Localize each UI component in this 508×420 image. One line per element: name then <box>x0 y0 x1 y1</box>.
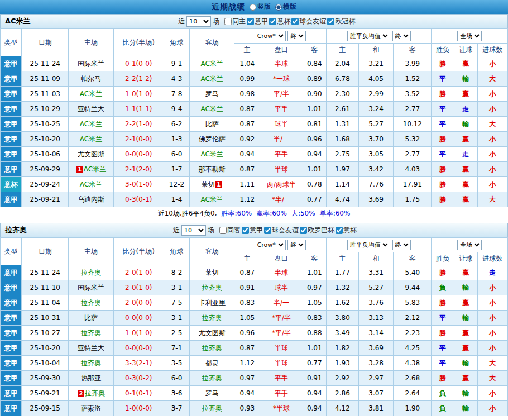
layout-radio-vertical[interactable]: 竖版 <box>250 2 271 12</box>
checkbox-input[interactable] <box>247 18 254 25</box>
away-team-link[interactable]: 拉齐奥 <box>202 314 222 322</box>
match-score-link[interactable]: 0-3(0-2) <box>113 371 164 386</box>
home-team-link[interactable]: 萨索洛 <box>81 404 101 412</box>
away-team-link[interactable]: 佛罗伦萨 <box>199 135 226 143</box>
home-team-link[interactable]: AC米兰 <box>84 165 106 173</box>
away-team-link[interactable]: 拉齐奥 <box>202 284 222 292</box>
match-score-link[interactable]: 0-3(0-1) <box>113 192 164 207</box>
home-team-link[interactable]: 国际米兰 <box>78 60 104 68</box>
home-team-link[interactable]: 拉齐奥 <box>81 359 101 367</box>
home-team-link[interactable]: 拉齐奥 <box>85 389 105 397</box>
away-team-link[interactable]: AC米兰 <box>200 60 223 68</box>
avg-final-select[interactable]: 终 <box>392 31 411 41</box>
match-count-select[interactable]: 10 <box>186 16 211 27</box>
checkbox-input[interactable] <box>264 227 271 234</box>
checkbox-input[interactable] <box>327 18 334 25</box>
match-count-select[interactable]: 10 <box>181 225 206 236</box>
scope-select[interactable]: 全场 <box>457 240 482 250</box>
match-score-link[interactable]: 1-1(1-1) <box>113 102 164 117</box>
match-score-link[interactable]: 0-1(0-0) <box>113 56 164 71</box>
away-team-cell: 拉齐奥 <box>190 371 234 386</box>
home-team-link[interactable]: 拉齐奥 <box>81 299 101 307</box>
match-score-link[interactable]: 3-0(1-0) <box>113 177 164 192</box>
scope-select[interactable]: 全场 <box>457 31 482 41</box>
home-team-link[interactable]: 亚特兰大 <box>78 105 104 113</box>
away-team-link[interactable]: AC米兰 <box>200 150 223 158</box>
filter-checkbox-欧冠杯[interactable]: 欧冠杯 <box>327 17 355 26</box>
match-score-link[interactable]: 2-2(1-2) <box>113 71 164 87</box>
away-team-link[interactable]: 罗马 <box>205 389 219 397</box>
home-team-link[interactable]: 亚特兰大 <box>78 344 104 352</box>
checkbox-input[interactable] <box>291 18 299 25</box>
match-score-link[interactable]: 0-0(0-0) <box>113 147 164 162</box>
avg-select[interactable]: 胜平负均值 <box>347 31 390 41</box>
home-team-link[interactable]: 国际米兰 <box>78 284 104 292</box>
match-score-link[interactable]: 2-0(0-0) <box>113 295 164 311</box>
home-team-link[interactable]: 帕尔马 <box>81 75 101 83</box>
away-team-link[interactable]: 都灵 <box>205 359 219 367</box>
match-score-link[interactable]: 1-0(1-0) <box>113 326 164 341</box>
radio-vertical-input[interactable] <box>250 4 256 11</box>
away-team-link[interactable]: 尤文图斯 <box>199 329 226 337</box>
home-team-link[interactable]: 热那亚 <box>81 374 101 382</box>
away-team-link[interactable]: 莱切 <box>205 269 219 276</box>
filter-checkbox-球会友谊[interactable]: 球会友谊 <box>264 226 299 235</box>
match-score-link[interactable]: 0-0(0-0) <box>113 311 164 326</box>
away-team-link[interactable]: AC米兰 <box>200 105 223 113</box>
filter-checkbox-同主[interactable]: 同主 <box>224 17 246 26</box>
match-score-link[interactable]: 0-0(0-0) <box>113 341 164 356</box>
odds-company-select[interactable]: Crow* <box>255 240 286 250</box>
home-team-link[interactable]: 比萨 <box>84 314 98 322</box>
filter-checkbox-意杯[interactable]: 意杯 <box>269 17 290 26</box>
avg-final-select[interactable]: 终 <box>392 240 411 250</box>
match-score-link[interactable]: 2-1(2-0) <box>113 162 164 177</box>
home-team-link[interactable]: 乌迪内斯 <box>78 195 104 203</box>
checkbox-input[interactable] <box>224 18 232 25</box>
away-team-link[interactable]: AC米兰 <box>200 75 223 83</box>
away-team-link[interactable]: 罗马 <box>205 90 219 98</box>
match-score-link[interactable]: 1-0(1-0) <box>113 87 164 102</box>
away-team-link[interactable]: 拉齐奥 <box>202 344 222 352</box>
checkbox-input[interactable] <box>219 227 227 234</box>
home-team-link[interactable]: AC米兰 <box>80 180 102 188</box>
checkbox-input[interactable] <box>336 227 343 234</box>
odds-company-select[interactable]: Crow* <box>255 31 286 41</box>
match-score-link[interactable]: 2-0(1-0) <box>113 265 164 280</box>
away-team-link[interactable]: 拉齐奥 <box>202 404 222 412</box>
home-team-link[interactable]: AC米兰 <box>80 90 102 98</box>
radio-horizontal-input[interactable] <box>275 4 282 11</box>
filter-checkbox-球会友谊[interactable]: 球会友谊 <box>291 17 326 26</box>
result-goals: 小 <box>477 56 507 71</box>
odds-final-select[interactable]: 终 <box>287 240 306 250</box>
odds-final-select[interactable]: 终 <box>287 31 306 41</box>
home-team-link[interactable]: AC米兰 <box>80 120 102 128</box>
away-team-link[interactable]: 那不勒斯 <box>199 165 226 173</box>
away-team-link[interactable]: 拉齐奥 <box>202 374 222 382</box>
checkbox-input[interactable] <box>300 227 307 234</box>
home-team-link[interactable]: AC米兰 <box>80 135 102 143</box>
away-team-link[interactable]: 比萨 <box>205 120 219 128</box>
match-score-link[interactable]: 1-0(0-0) <box>113 401 164 416</box>
home-team-link[interactable]: 拉齐奥 <box>81 329 101 337</box>
match-row: 意甲 25-10-25 AC米兰 2-2(1-0) 6-2 比萨 0.87 球半… <box>1 117 508 132</box>
match-score-link[interactable]: 2-1(0-0) <box>113 132 164 147</box>
filter-checkbox-意甲[interactable]: 意甲 <box>242 226 263 235</box>
match-score-link[interactable]: 2-0(1-0) <box>113 280 164 295</box>
filter-checkbox-欧罗巴杯[interactable]: 欧罗巴杯 <box>300 226 334 235</box>
away-team-link[interactable]: 莱切 <box>202 180 215 188</box>
checkbox-input[interactable] <box>269 18 276 25</box>
match-score-link[interactable]: 0-1(0-1) <box>113 386 164 401</box>
filter-checkbox-意甲[interactable]: 意甲 <box>247 17 268 26</box>
filter-checkbox-同客[interactable]: 同客 <box>219 226 241 235</box>
filter-checkbox-意杯[interactable]: 意杯 <box>336 226 357 235</box>
odds-home: 0.97 <box>234 371 260 386</box>
avg-select[interactable]: 胜平负均值 <box>347 240 390 250</box>
away-team-link[interactable]: 卡利亚里 <box>199 299 226 307</box>
home-team-link[interactable]: 拉齐奥 <box>81 269 101 276</box>
match-score-link[interactable]: 3-3(2-1) <box>113 356 164 371</box>
home-team-link[interactable]: 尤文图斯 <box>78 150 104 158</box>
layout-radio-horizontal[interactable]: 横版 <box>275 2 296 12</box>
away-team-link[interactable]: AC米兰 <box>200 195 223 203</box>
checkbox-input[interactable] <box>242 227 249 234</box>
match-score-link[interactable]: 2-2(1-0) <box>113 117 164 132</box>
